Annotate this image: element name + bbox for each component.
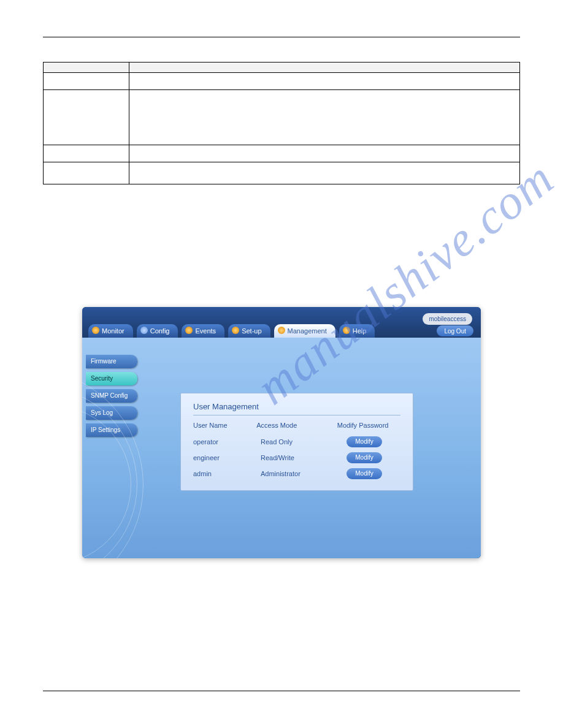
th-col1	[44, 63, 129, 73]
tab-icon	[92, 327, 99, 334]
tab-label: Monitor	[102, 327, 124, 335]
tab-config[interactable]: Config	[137, 324, 178, 338]
tab-icon	[232, 327, 239, 334]
cell-mode: Read Only	[261, 438, 347, 446]
table-header: User Name Access Mode Modify Password	[193, 422, 400, 429]
tab-label: Management	[288, 327, 327, 335]
td	[44, 162, 129, 184]
cell-user: operator	[193, 438, 261, 446]
table-row: operatorRead OnlyModify	[193, 436, 400, 447]
tab-icon	[343, 327, 350, 334]
tab-icon	[140, 327, 148, 334]
cell-mode: Read/Write	[261, 454, 347, 461]
tab-help[interactable]: Help	[339, 324, 375, 338]
tab-events[interactable]: Events	[182, 324, 224, 338]
cell-mode: Administrator	[261, 470, 347, 477]
cell-user: admin	[193, 470, 261, 477]
table-row: engineerRead/WriteModify	[193, 452, 400, 463]
tab-label: Set-up	[242, 327, 261, 335]
td	[44, 145, 129, 162]
sidebar-item-firmware[interactable]: Firmware	[86, 355, 137, 368]
modify-button[interactable]: Modify	[347, 452, 382, 463]
app-screenshot: mobileaccess MonitorConfigEventsSet-upMa…	[82, 307, 481, 558]
td	[44, 73, 129, 90]
divider-bottom	[43, 691, 520, 691]
modify-button[interactable]: Modify	[347, 468, 382, 479]
tab-label: Help	[353, 327, 367, 335]
col-user: User Name	[193, 422, 256, 429]
table-row: adminAdministratorModify	[193, 468, 400, 479]
tab-icon	[278, 327, 285, 334]
modify-button[interactable]: Modify	[347, 436, 382, 447]
nav-tabs: MonitorConfigEventsSet-upManagementHelp	[82, 323, 481, 338]
th-col2	[129, 63, 520, 73]
tab-label: Events	[195, 327, 216, 335]
logout-button[interactable]: Log Out	[437, 325, 473, 336]
panel-title: User Management	[193, 402, 400, 415]
col-mode: Access Mode	[256, 422, 337, 429]
td	[129, 90, 520, 145]
td	[44, 90, 129, 145]
cell-user: engineer	[193, 454, 261, 461]
td	[129, 145, 520, 162]
app-topbar: mobileaccess MonitorConfigEventsSet-upMa…	[82, 307, 481, 338]
sidebar: FirmwareSecuritySNMP ConfigSys LogIP Set…	[82, 338, 144, 558]
td	[129, 73, 520, 90]
col-pwd: Modify Password	[337, 422, 400, 429]
sidebar-item-security[interactable]: Security	[86, 372, 137, 385]
tab-icon	[185, 327, 193, 334]
td	[129, 162, 520, 184]
user-management-panel: User Management User Name Access Mode Mo…	[180, 393, 413, 491]
tab-monitor[interactable]: Monitor	[88, 324, 133, 338]
parameter-table	[43, 62, 520, 184]
tab-management[interactable]: Management	[274, 324, 335, 338]
tab-label: Config	[150, 327, 170, 335]
divider-top	[43, 37, 520, 37]
tab-set-up[interactable]: Set-up	[228, 324, 270, 338]
